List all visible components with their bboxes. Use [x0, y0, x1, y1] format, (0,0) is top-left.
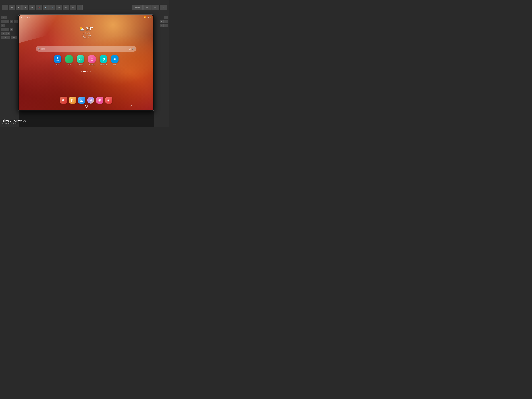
- key-e[interactable]: %: [14, 20, 18, 23]
- status-dots: ●●: [29, 17, 30, 18]
- key-f2[interactable]: ⏮: [16, 5, 22, 10]
- key-c[interactable]: ): [10, 28, 13, 31]
- app-label-appstore: 应用商店: [89, 63, 95, 66]
- svg-point-23: [114, 58, 115, 60]
- weather-aqi: AQI：良 (58): [79, 35, 93, 37]
- key-5[interactable]: 5: [164, 20, 168, 23]
- app-item-clock[interactable]: 时钟: [54, 55, 61, 66]
- svg-point-45: [108, 100, 109, 101]
- key-f8[interactable]: 1□□: [56, 5, 62, 10]
- status-time: 16:16: [21, 17, 24, 18]
- svg-point-22: [103, 59, 104, 59]
- key-home[interactable]: home: [152, 5, 159, 10]
- dock-item-3[interactable]: 6: [78, 97, 85, 104]
- key-f7[interactable]: 🔊: [50, 5, 56, 10]
- svg-point-13: [81, 59, 81, 59]
- key-f3[interactable]: ⏸: [22, 5, 28, 10]
- dock-icon-4: [87, 97, 94, 104]
- signal-icon: △△: [25, 17, 26, 18]
- weather-cloud-icon: ⛅: [79, 26, 85, 32]
- key-z[interactable]: Z: [1, 28, 5, 31]
- nav-recent-button[interactable]: [40, 105, 43, 108]
- search-bar[interactable]: 🔍 搜索 ⊡ 🎤: [36, 46, 136, 52]
- app-icon-manager: [100, 55, 107, 63]
- keyboard-right-section: 8 ▲ 5 2 ▼: [154, 15, 169, 127]
- tablet-device: 16:16 △△ ▲ ●● 📶 45% 🔋 ⛅ 30° 📍 嘉定区 AQI：良 …: [18, 14, 154, 111]
- battery-percent: 45%: [146, 17, 149, 18]
- page-dot-5: [90, 71, 91, 72]
- weather-time: 16:16 ○: [79, 37, 93, 39]
- key-ctrl-l[interactable]: art: [1, 36, 10, 39]
- app-label-settings: 设置: [113, 63, 116, 66]
- key-arrow-dn[interactable]: ▼: [164, 24, 168, 27]
- dock-item-1[interactable]: [60, 97, 67, 104]
- app-grid: 时钟 计算器: [54, 55, 119, 66]
- key-f9[interactable]: 2□□: [63, 5, 69, 10]
- nav-home-button[interactable]: [85, 105, 88, 108]
- key-f4[interactable]: ⏭: [29, 5, 35, 10]
- app-item-game[interactable]: 游戏中心: [77, 55, 84, 66]
- dock-item-6[interactable]: [105, 97, 112, 104]
- key-backspace[interactable]: backspace: [132, 5, 143, 10]
- key-2-num[interactable]: 2: [160, 24, 164, 27]
- watermark: Shot on OnePlus By TechWeslieM ©2022: [2, 119, 26, 124]
- nav-back-button[interactable]: [130, 105, 132, 108]
- key-f5[interactable]: 🔇: [36, 5, 42, 10]
- key-shift-l[interactable]: A: [1, 32, 6, 35]
- page-indicator: [81, 71, 91, 72]
- dock-icon-2: [69, 97, 76, 104]
- key-w[interactable]: $: [10, 20, 13, 23]
- keyboard-top-row: ☀ ☰☰ ⏮ ⏸ ⏭ 🔇 🔉 🔊 1□□ 2□□ 3□□ 📷 backspace…: [0, 0, 169, 15]
- key-alt-l[interactable]: cmd: [11, 36, 17, 39]
- svg-rect-26: [71, 99, 74, 102]
- app-label-calculator: 计算器: [67, 63, 71, 66]
- key-arrow-up[interactable]: ▲: [160, 20, 164, 23]
- dock-icon-6: [105, 97, 112, 104]
- svg-point-39: [99, 101, 100, 101]
- key-caps[interactable]: S: [6, 32, 10, 35]
- dock-item-4[interactable]: [87, 97, 94, 104]
- status-bar: 16:16 △△ ▲ ●● 📶 45% 🔋: [19, 15, 153, 19]
- watermark-subtitle: By TechWeslieM ©2022: [2, 122, 26, 124]
- svg-rect-25: [63, 99, 64, 100]
- dock-item-2[interactable]: [69, 97, 76, 104]
- svg-point-6: [68, 58, 68, 58]
- key-f11[interactable]: 📷: [77, 5, 82, 10]
- battery-icon: 🔋: [150, 17, 152, 18]
- app-icon-appstore: [88, 55, 96, 63]
- mic-icon[interactable]: 🎤: [132, 48, 135, 50]
- tablet-screen: 16:16 △△ ▲ ●● 📶 45% 🔋 ⛅ 30° 📍 嘉定区 AQI：良 …: [19, 15, 153, 110]
- app-label-manager: 智能管理器: [100, 63, 107, 66]
- search-placeholder: 搜索: [41, 48, 128, 50]
- key-f6[interactable]: 🔉: [43, 5, 49, 10]
- app-item-manager[interactable]: 智能管理器: [100, 55, 107, 66]
- dock-icon-3: 6: [78, 97, 85, 104]
- scan-icon[interactable]: ⊡: [129, 48, 131, 50]
- key-pageup[interactable]: pageup: [160, 5, 167, 10]
- weather-widget: ⛅ 30° 📍 嘉定区 AQI：良 (58) 16:16 ○: [79, 26, 93, 39]
- key-x[interactable]: (: [5, 28, 9, 31]
- key-esc[interactable]: ☀: [2, 5, 8, 10]
- svg-rect-17: [91, 58, 93, 60]
- key-a[interactable]: &: [1, 24, 5, 27]
- weather-temp-value: 30°: [86, 26, 93, 32]
- app-icon-game: [77, 55, 84, 63]
- page-dot-2: [83, 71, 86, 72]
- key-f10[interactable]: 3□□: [70, 5, 76, 10]
- weather-temperature-display: ⛅ 30°: [79, 26, 93, 32]
- svg-point-3: [57, 59, 58, 59]
- app-item-calculator[interactable]: 计算器: [65, 55, 73, 66]
- key-tab[interactable]: 16...: [1, 16, 7, 19]
- app-item-appstore[interactable]: 应用商店: [88, 55, 96, 66]
- page-dot-4: [89, 71, 89, 72]
- key-f1[interactable]: ☰☰: [9, 5, 15, 10]
- key-q[interactable]: #: [1, 20, 5, 23]
- key-8[interactable]: 8: [164, 16, 168, 19]
- search-icon: 🔍: [38, 48, 40, 50]
- dock-item-5[interactable]: [96, 97, 103, 104]
- app-item-settings[interactable]: 设置: [111, 55, 119, 66]
- search-right-icons: ⊡ 🎤: [129, 48, 135, 50]
- key-insert[interactable]: insert: [143, 5, 151, 10]
- app-icon-clock: [54, 55, 61, 63]
- key-2[interactable]: 3: [5, 20, 9, 23]
